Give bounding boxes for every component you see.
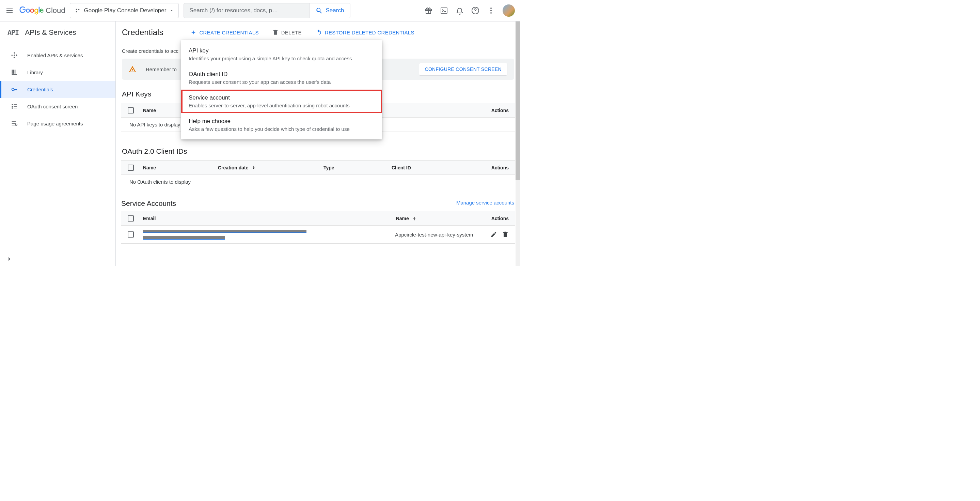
more-icon[interactable] <box>487 6 495 14</box>
scrollbar[interactable] <box>515 21 520 266</box>
col-created[interactable]: Creation date <box>215 165 321 171</box>
dropdown-item-help-choose[interactable]: Help me choose Asks a few questions to h… <box>181 113 382 137</box>
cell-email <box>140 228 392 241</box>
table-header: Email Name Actions <box>121 211 515 226</box>
sidebar: API APIs & Services Enabled APIs & servi… <box>0 21 116 266</box>
settings-lines-icon <box>11 120 18 127</box>
svg-rect-10 <box>14 52 15 54</box>
svg-rect-18 <box>12 74 17 75</box>
sidebar-item-page-usage[interactable]: Page usage agreements <box>0 115 115 132</box>
action-label: CREATE CREDENTIALS <box>199 30 258 35</box>
search-input[interactable] <box>184 3 309 18</box>
sort-up-icon <box>412 216 417 221</box>
restore-button[interactable]: RESTORE DELETED CREDENTIALS <box>315 29 414 36</box>
dd-sub: Asks a few questions to help you decide … <box>189 126 375 132</box>
sidebar-title: APIs & Services <box>25 28 76 37</box>
svg-rect-17 <box>14 70 16 74</box>
api-glyph-icon: API <box>8 28 19 37</box>
project-picker[interactable]: Google Play Console Developer <box>70 3 179 18</box>
svg-point-1 <box>78 9 80 10</box>
cloud-shell-icon[interactable] <box>440 6 448 14</box>
svg-point-2 <box>76 11 77 12</box>
dd-sub: Enables server-to-server, app-level auth… <box>189 102 375 108</box>
sidebar-item-enabled-apis[interactable]: Enabled APIs & services <box>0 47 115 64</box>
sidebar-item-credentials[interactable]: Credentials <box>0 81 115 98</box>
trash-icon <box>272 29 278 35</box>
svg-rect-11 <box>11 54 13 56</box>
col-actions: Actions <box>488 216 515 221</box>
svg-rect-5 <box>441 8 447 13</box>
sidebar-header[interactable]: API APIs & Services <box>0 21 115 43</box>
create-credentials-button[interactable]: CREATE CREDENTIALS <box>190 29 258 35</box>
cell-name: Appcircle-test-new-api-key-system <box>392 232 488 238</box>
dd-title: Service account <box>189 94 375 101</box>
select-all-checkbox[interactable] <box>128 107 134 113</box>
library-icon <box>11 69 18 76</box>
notifications-icon[interactable] <box>456 6 464 14</box>
create-credentials-dropdown: API key Identifies your project using a … <box>181 40 382 139</box>
col-name[interactable]: Name <box>393 216 488 221</box>
svg-rect-27 <box>12 123 16 124</box>
svg-rect-26 <box>12 121 16 122</box>
sidebar-item-library[interactable]: Library <box>0 64 115 81</box>
svg-point-29 <box>15 124 17 126</box>
topbar: Cloud Google Play Console Developer Sear… <box>0 0 520 21</box>
dd-sub: Identifies your project using a simple A… <box>189 56 375 61</box>
col-type: Type <box>321 165 389 171</box>
col-actions: Actions <box>488 108 515 113</box>
scrollbar-thumb[interactable] <box>515 21 520 180</box>
dropdown-item-oauth-client[interactable]: OAuth client ID Requests user consent so… <box>181 66 382 89</box>
table-row: Appcircle-test-new-api-key-system <box>121 226 515 243</box>
row-checkbox[interactable] <box>128 231 134 238</box>
action-label: RESTORE DELETED CREDENTIALS <box>325 30 414 35</box>
grid-diamond-icon <box>11 51 18 59</box>
key-icon <box>11 86 18 93</box>
dd-title: OAuth client ID <box>189 71 375 78</box>
svg-point-9 <box>490 12 492 14</box>
table-header: Name Creation date Type Client ID Action… <box>121 161 515 175</box>
delete-row-icon[interactable] <box>502 231 509 238</box>
svg-point-0 <box>76 9 77 10</box>
redacted-email-2 <box>143 236 225 239</box>
search-bar: Search <box>183 3 350 18</box>
svg-rect-22 <box>12 107 13 108</box>
svg-rect-12 <box>16 54 18 56</box>
search-button-label: Search <box>326 7 344 14</box>
sidebar-item-label: OAuth consent screen <box>27 104 78 109</box>
col-client-id: Client ID <box>389 165 460 171</box>
select-all-checkbox[interactable] <box>128 164 134 171</box>
sort-down-icon <box>251 165 256 171</box>
undo-icon <box>315 29 322 36</box>
dropdown-item-api-key[interactable]: API key Identifies your project using a … <box>181 43 382 66</box>
main-content: Credentials CREATE CREDENTIALS DELETE RE… <box>116 21 520 266</box>
google-cloud-logo[interactable]: Cloud <box>18 6 65 15</box>
sidebar-item-oauth-consent[interactable]: OAuth consent screen <box>0 98 115 115</box>
logo-text: Cloud <box>46 6 65 15</box>
manage-service-accounts-link[interactable]: Manage service accounts <box>456 200 514 206</box>
help-icon[interactable] <box>471 6 479 14</box>
svg-rect-13 <box>14 57 15 58</box>
collapse-sidebar-icon[interactable] <box>6 255 13 262</box>
page-title: Credentials <box>121 28 163 37</box>
section-title-oauth: OAuth 2.0 Client IDs <box>122 147 515 155</box>
hamburger-menu-icon[interactable] <box>5 6 14 14</box>
svg-rect-14 <box>14 54 15 56</box>
configure-consent-button[interactable]: CONFIGURE CONSENT SCREEN <box>419 63 508 76</box>
consent-icon <box>11 102 18 110</box>
dropdown-item-service-account[interactable]: Service account Enables server-to-server… <box>181 89 382 113</box>
dd-sub: Requests user consent so your app can ac… <box>189 79 375 85</box>
gift-icon[interactable] <box>424 6 433 14</box>
row-actions <box>488 231 515 238</box>
search-button[interactable]: Search <box>309 3 350 18</box>
sidebar-item-label: Library <box>27 70 43 75</box>
avatar[interactable] <box>503 5 515 17</box>
svg-rect-16 <box>13 70 14 74</box>
dd-title: API key <box>189 47 375 54</box>
svg-point-8 <box>490 10 492 11</box>
edit-icon[interactable] <box>490 231 497 238</box>
sidebar-item-label: Enabled APIs & services <box>27 53 83 58</box>
col-name: Name <box>140 165 215 171</box>
caret-down-icon <box>170 8 173 13</box>
select-all-checkbox[interactable] <box>128 215 134 222</box>
delete-button[interactable]: DELETE <box>272 29 302 35</box>
